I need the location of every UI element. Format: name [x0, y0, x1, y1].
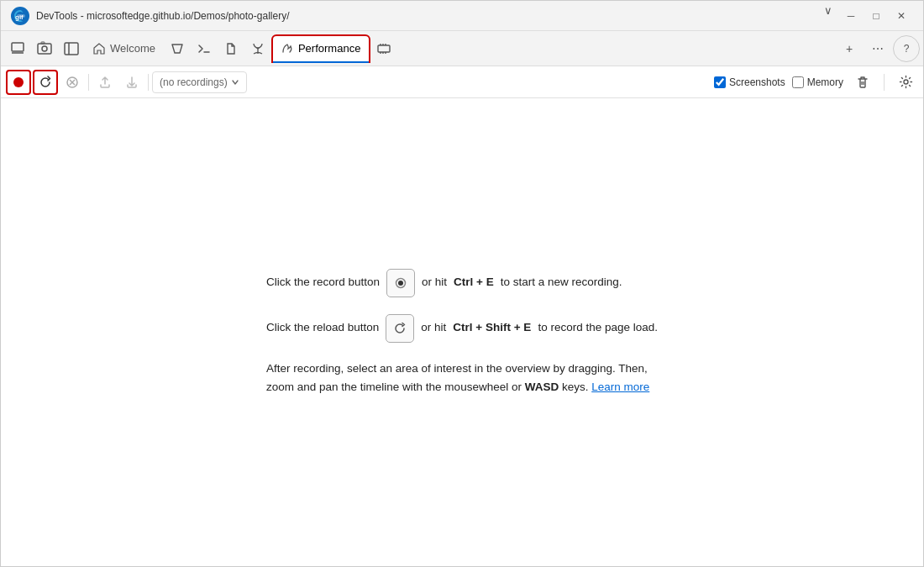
svg-rect-2 — [12, 43, 24, 51]
instruction-reload: Click the reload button or hit Ctrl + Sh… — [266, 314, 658, 343]
toolbar-right: Screenshots Memory — [714, 70, 918, 95]
tabs-bar: Welcome Performance — [1, 31, 923, 66]
svg-rect-10 — [378, 45, 390, 52]
restore-button[interactable]: □ — [864, 4, 888, 28]
svg-rect-4 — [38, 44, 51, 54]
tab-sources[interactable] — [218, 35, 244, 62]
tabs-right-controls: + ⋯ ? — [836, 35, 920, 62]
record-button[interactable] — [6, 70, 31, 95]
svg-point-23 — [904, 80, 908, 84]
tab-memory-monitor[interactable] — [370, 35, 397, 62]
close-button[interactable]: ✕ — [890, 4, 913, 28]
record-shortcut: Ctrl + E — [454, 273, 494, 292]
more-options-button[interactable]: ⋯ — [864, 35, 891, 62]
after-recording-text2: zoom and pan the timeline with the mouse… — [266, 381, 522, 393]
delete-recordings-button[interactable] — [850, 70, 875, 95]
memory-checkbox-group[interactable]: Memory — [792, 76, 843, 88]
add-tab-button[interactable]: + — [836, 35, 863, 62]
svg-text:gif: gif — [15, 13, 24, 21]
toolbar-separator-1 — [88, 74, 89, 91]
svg-point-5 — [42, 46, 47, 51]
reload-before-text: Click the reload button — [266, 318, 379, 338]
inspect-icon-button[interactable] — [4, 35, 31, 62]
window-title: DevTools - microsoftedge.github.io/Demos… — [36, 10, 824, 22]
record-mid-text: or hit — [422, 273, 447, 292]
after-recording-text3: keys. — [562, 381, 589, 393]
toolbar-separator-3 — [884, 74, 885, 91]
svg-point-17 — [13, 77, 24, 87]
tab-performance[interactable]: Performance — [271, 34, 370, 63]
sidebar-icon-button[interactable] — [58, 35, 85, 62]
svg-rect-7 — [65, 43, 78, 55]
wasd-keys-text: WASD — [525, 381, 559, 393]
minimize-button[interactable]: ─ — [839, 4, 863, 28]
reload-mid-text: or hit — [421, 318, 446, 338]
tab-welcome[interactable]: Welcome — [85, 34, 164, 63]
record-icon-inline — [386, 269, 415, 297]
learn-more-link[interactable]: Learn more — [591, 381, 649, 393]
reload-icon-inline — [386, 314, 414, 343]
upload-button[interactable] — [92, 70, 118, 95]
toolbar-separator-2 — [148, 74, 149, 91]
title-bar: gif DevTools - microsoftedge.github.io/D… — [1, 1, 923, 31]
instructions-panel: Click the record button or hit Ctrl + E … — [266, 269, 658, 396]
clear-button[interactable] — [60, 70, 85, 95]
screenshot-icon-button[interactable] — [31, 35, 58, 62]
svg-point-25 — [398, 281, 403, 286]
toolbar: (no recordings) Screenshots Memory — [1, 66, 923, 98]
after-recording-section: After recording, select an area of inter… — [266, 360, 658, 396]
help-button[interactable]: ? — [893, 35, 920, 62]
settings-button[interactable] — [893, 70, 918, 95]
screenshots-checkbox-group[interactable]: Screenshots — [714, 76, 785, 88]
browser-logo: gif — [11, 7, 29, 25]
svg-rect-6 — [41, 42, 45, 44]
after-recording-text1: After recording, select an area of inter… — [266, 362, 648, 375]
reload-shortcut: Ctrl + Shift + E — [453, 318, 531, 338]
chevron-down-icon[interactable]: ∨ — [824, 4, 832, 28]
memory-checkbox[interactable] — [792, 76, 804, 88]
reload-after-text: to record the page load. — [538, 318, 658, 338]
download-button[interactable] — [119, 70, 144, 95]
main-content: Click the record button or hit Ctrl + E … — [1, 98, 923, 566]
instruction-record: Click the record button or hit Ctrl + E … — [266, 269, 658, 297]
window-controls: ∨ ─ □ ✕ — [824, 4, 913, 28]
record-after-text: to start a new recording. — [501, 273, 622, 292]
tab-console[interactable] — [191, 35, 218, 62]
screenshots-checkbox[interactable] — [714, 76, 726, 88]
tab-network[interactable] — [244, 35, 271, 62]
record-before-text: Click the record button — [266, 273, 380, 292]
tab-elements[interactable] — [164, 35, 191, 62]
recordings-dropdown[interactable]: (no recordings) — [152, 71, 247, 93]
reload-record-button[interactable] — [33, 70, 58, 95]
